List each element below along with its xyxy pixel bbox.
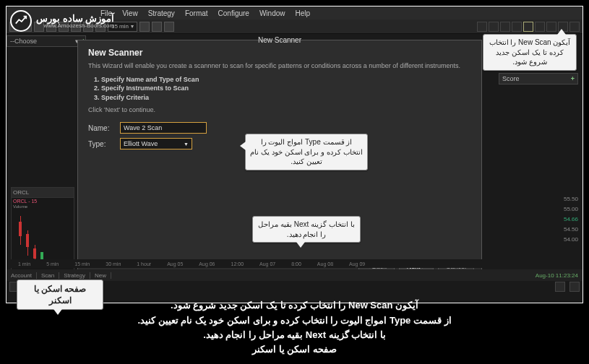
time-tick: 1 min	[18, 261, 30, 266]
price-tick: 55.50	[552, 194, 578, 204]
logo-badge-icon	[10, 10, 32, 32]
score-label: Score	[502, 75, 520, 82]
plus-icon[interactable]: +	[571, 75, 575, 82]
time-tick: 30 min	[106, 261, 121, 266]
dialog-steps: Specify Name and Type of Scan Specify In…	[101, 75, 471, 103]
time-tick: 15 min	[74, 261, 90, 266]
tool-icon[interactable]	[546, 22, 556, 32]
price-tick: 54.66	[552, 214, 578, 225]
time-axis: 1 min 5 min 15 min 30 min 1 hour Aug 05 …	[11, 259, 578, 268]
price-tick: 54.00	[552, 235, 578, 245]
new-scan-icon[interactable]	[523, 22, 533, 32]
status-icon[interactable]	[555, 282, 565, 292]
time-tick: Aug 09	[349, 261, 365, 266]
status-icon[interactable]	[569, 282, 580, 292]
price-tick: 54.50	[552, 225, 578, 235]
choose-right-dropdown[interactable]: --Choose ▾ +	[7, 35, 86, 47]
time-tick: Aug 07	[259, 261, 275, 266]
menu-format[interactable]: Format	[185, 9, 208, 17]
time-tick: 1 hour	[137, 261, 151, 266]
caption-line-2: از قسمت Type امواج الیوت را انتخاب کرده …	[0, 313, 589, 328]
tab-strategy[interactable]: Strategy	[59, 272, 90, 279]
time-tick: Aug 06	[199, 261, 215, 266]
dialog-click-next: Click 'Next' to continue.	[88, 106, 471, 113]
tab-new[interactable]: New	[90, 272, 111, 279]
callout-type: از قسمت Type امواج الیوت را انتخاب کرده …	[245, 134, 368, 170]
caption-line-3: با انتخاب گزینه Next بقیه مراحل را انجام…	[0, 328, 589, 342]
time-tick: Aug 08	[317, 261, 333, 266]
time-tick: Aug 05	[167, 261, 183, 266]
time-tick: 5 min	[46, 261, 59, 266]
menu-view[interactable]: View	[122, 9, 138, 17]
step-1: Specify Name and Type of Scan	[101, 75, 471, 84]
callout-new-scan: آیکون New Scan را انتخاب کرده تا یک اسکن…	[483, 34, 577, 71]
choose-right-label: --Choose	[10, 38, 37, 45]
menu-help[interactable]: Help	[295, 9, 310, 17]
type-value: Elliott Wave	[124, 140, 158, 147]
menu-configure[interactable]: Configure	[218, 9, 249, 17]
dialog-heading: New Scanner	[88, 48, 471, 58]
name-label: Name:	[88, 124, 114, 132]
time-tick: 12:00	[231, 261, 244, 266]
callout-next: با انتخاب گزینه Next بقیه مراحل را انجام…	[252, 216, 361, 243]
status-timestamp: Aug-10 11:23:24	[536, 272, 582, 279]
chevron-down-icon: ▼	[184, 142, 189, 147]
tool-icon[interactable]	[569, 22, 580, 32]
dialog-window-title: New Scanner	[78, 36, 481, 46]
app-frame: File View Strategy Format Configure Wind…	[6, 6, 583, 303]
price-tick: 55.00	[552, 204, 578, 214]
menu-window[interactable]: Window	[259, 9, 285, 17]
tool-icon[interactable]	[535, 22, 545, 32]
score-header: Score +	[499, 73, 578, 84]
tool-icon[interactable]	[500, 22, 510, 32]
step-3: Specify Criteria	[101, 93, 471, 103]
watermark-logo: آموزش ساده بورس www.Amoozesh-Boors.com	[10, 10, 114, 32]
time-tick: 8:00	[291, 261, 301, 266]
menu-strategy[interactable]: Strategy	[148, 9, 175, 17]
chart-sub: ORCL - 15	[13, 199, 37, 204]
toolbar-btn[interactable]	[164, 22, 174, 32]
step-2: Specify Instruments to Scan	[101, 84, 471, 93]
logo-text-fa: آموزش ساده بورس	[36, 14, 114, 23]
toolbar-btn[interactable]	[139, 22, 150, 32]
type-label: Type:	[88, 140, 114, 148]
tab-account[interactable]: Account	[7, 272, 37, 279]
name-input[interactable]	[120, 122, 207, 134]
tool-icon[interactable]	[512, 22, 522, 32]
toolbar-btn[interactable]	[152, 22, 162, 32]
tab-scan[interactable]: Scan	[37, 272, 59, 279]
caption-block: آیکون New Scan را انتخاب کرده تا یک اسکن…	[0, 298, 589, 357]
caption-line-4: صفحه اسکن یا اسکنر	[0, 342, 589, 357]
chart-ticker: ORCL	[13, 189, 29, 196]
caption-line-1: آیکون New Scan را انتخاب کرده تا یک اسکن…	[0, 298, 589, 313]
type-select[interactable]: Elliott Wave ▼	[120, 138, 192, 150]
dialog-description: This Wizard will enable you create a sca…	[88, 62, 471, 71]
tool-icon[interactable]	[477, 22, 487, 32]
tool-icon[interactable]	[489, 22, 499, 32]
logo-text-en: www.Amoozesh-Boors.com	[36, 23, 114, 29]
price-axis: 55.50 55.00 54.66 54.50 54.00	[552, 194, 578, 245]
